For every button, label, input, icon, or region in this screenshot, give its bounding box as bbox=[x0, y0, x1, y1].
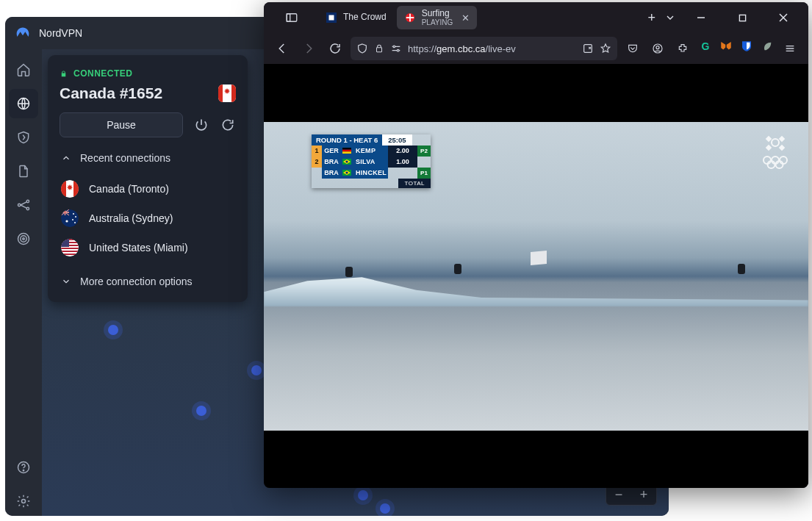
more-options-label: More connection options bbox=[80, 276, 193, 287]
svg-rect-31 bbox=[61, 239, 69, 247]
sidebar-file-button[interactable] bbox=[9, 157, 38, 186]
svg-rect-43 bbox=[377, 48, 382, 52]
new-tab-button[interactable]: + bbox=[647, 10, 655, 26]
zoom-in-button[interactable]: + bbox=[640, 487, 648, 503]
sb-score bbox=[388, 168, 417, 179]
window-close-button[interactable] bbox=[767, 2, 800, 33]
leaf-extension-icon[interactable] bbox=[758, 37, 776, 55]
sidebar-shield-button[interactable] bbox=[9, 123, 38, 152]
refresh-button[interactable] bbox=[220, 117, 236, 133]
chevron-up-icon bbox=[61, 153, 71, 163]
tab-close-button[interactable]: ✕ bbox=[461, 12, 470, 24]
usa-flag-icon bbox=[61, 239, 79, 256]
recent-connection-item[interactable]: United States (Miami) bbox=[60, 233, 236, 262]
tab-title: Surfing bbox=[422, 9, 453, 18]
svg-point-4 bbox=[18, 234, 29, 245]
tabs-dropdown-button[interactable] bbox=[664, 12, 676, 24]
svg-point-2 bbox=[26, 200, 29, 202]
sb-athlete-name: SILVA bbox=[353, 157, 388, 168]
sb-rank: 1 bbox=[312, 145, 322, 157]
svg-point-50 bbox=[656, 46, 659, 49]
pocket-icon[interactable] bbox=[622, 37, 644, 60]
map-node[interactable] bbox=[358, 490, 368, 500]
svg-rect-33 bbox=[287, 14, 290, 22]
shield-icon[interactable] bbox=[356, 43, 368, 54]
recent-header-label: Recent connections bbox=[80, 152, 170, 164]
svg-point-62 bbox=[768, 161, 775, 168]
map-node[interactable] bbox=[380, 503, 390, 514]
bitwarden-extension-icon[interactable] bbox=[738, 37, 755, 55]
panel-toggle-icon[interactable] bbox=[285, 11, 298, 24]
nordvpn-logo-icon bbox=[15, 26, 30, 40]
sidebar-globe-button[interactable] bbox=[9, 89, 38, 118]
map-node[interactable] bbox=[251, 365, 262, 376]
nav-reload-button[interactable] bbox=[324, 37, 346, 60]
bookmark-star-icon[interactable] bbox=[600, 43, 611, 54]
extensions-icon[interactable] bbox=[672, 37, 694, 60]
svg-rect-40 bbox=[739, 15, 745, 21]
scoreboard-time: 25:05 bbox=[382, 134, 412, 145]
sb-rank: 2 bbox=[312, 157, 322, 168]
svg-rect-25 bbox=[61, 239, 79, 240]
lock-icon bbox=[60, 70, 68, 78]
scoreboard-total: TOTAL bbox=[312, 179, 431, 188]
recent-connections-header[interactable]: Recent connections bbox=[61, 152, 236, 164]
window-maximize-button[interactable] bbox=[726, 2, 758, 33]
sidebar-mesh-button[interactable] bbox=[9, 190, 38, 220]
map-node[interactable] bbox=[108, 325, 118, 335]
pause-button[interactable]: Pause bbox=[60, 112, 183, 137]
sidebar-settings-button[interactable] bbox=[9, 486, 38, 516]
svg-point-69 bbox=[345, 160, 348, 162]
more-connection-options[interactable]: More connection options bbox=[60, 271, 236, 292]
recent-connection-item[interactable]: Canada (Toronto) bbox=[60, 174, 236, 204]
sb-country: GER bbox=[322, 145, 341, 157]
surfer bbox=[345, 267, 353, 277]
video-player[interactable]: ROUND 1 - HEAT 6 25:05 1 GER KEMP 2.00 P… bbox=[264, 122, 808, 431]
url-bar[interactable]: https://gem.cbc.ca/live-ev bbox=[351, 37, 617, 60]
svg-point-59 bbox=[764, 157, 771, 164]
sidebar-home-button[interactable] bbox=[9, 55, 38, 85]
tab-favicon-icon bbox=[326, 12, 337, 24]
svg-point-61 bbox=[780, 157, 787, 164]
recent-item-label: United States (Miami) bbox=[89, 242, 188, 254]
sb-priority-badge: P2 bbox=[417, 145, 431, 157]
browser-tab-active[interactable]: Surfing PLAYING ✕ bbox=[397, 6, 478, 29]
svg-point-19 bbox=[75, 216, 76, 218]
svg-point-20 bbox=[72, 219, 73, 220]
svg-point-9 bbox=[22, 500, 26, 503]
canada-flag-icon bbox=[61, 180, 79, 198]
svg-rect-57 bbox=[766, 144, 772, 150]
connection-panel: CONNECTED Canada #1652 Pause bbox=[48, 55, 248, 302]
browser-toolbar: https://gem.cbc.ca/live-ev G bbox=[264, 33, 808, 64]
tab-subtitle: PLAYING bbox=[422, 18, 453, 26]
nav-back-button[interactable] bbox=[271, 37, 293, 60]
permissions-icon[interactable] bbox=[390, 43, 402, 54]
browser-tab[interactable]: The Crowd bbox=[318, 6, 394, 29]
sb-country: BRA bbox=[322, 157, 341, 168]
reader-mode-icon[interactable] bbox=[582, 43, 594, 54]
scoreboard-row: BRA HINCKEL P1 bbox=[312, 168, 431, 179]
lock-icon[interactable] bbox=[374, 43, 384, 54]
nav-forward-button[interactable] bbox=[298, 37, 320, 60]
power-button[interactable] bbox=[193, 117, 209, 133]
svg-point-6 bbox=[23, 238, 25, 240]
scoreboard: ROUND 1 - HEAT 6 25:05 1 GER KEMP 2.00 P… bbox=[312, 134, 431, 188]
svg-point-72 bbox=[345, 171, 348, 173]
canada-flag-icon bbox=[218, 85, 236, 102]
svg-point-22 bbox=[65, 220, 68, 222]
sidebar-help-button[interactable] bbox=[9, 453, 38, 482]
window-minimize-button[interactable] bbox=[685, 2, 717, 33]
account-icon[interactable] bbox=[647, 37, 669, 60]
svg-rect-38 bbox=[406, 17, 414, 18]
app-menu-button[interactable] bbox=[779, 37, 801, 60]
zoom-out-button[interactable]: − bbox=[615, 487, 623, 503]
browser-window: The Crowd Surfing PLAYING ✕ + bbox=[264, 2, 808, 488]
recent-connection-item[interactable]: Australia (Sydney) bbox=[60, 204, 236, 233]
metamask-extension-icon[interactable] bbox=[717, 37, 735, 55]
svg-rect-30 bbox=[61, 254, 79, 255]
svg-rect-32 bbox=[287, 14, 297, 22]
status-line: CONNECTED bbox=[60, 68, 236, 79]
grammarly-extension-icon[interactable]: G bbox=[697, 37, 714, 55]
map-node[interactable] bbox=[196, 406, 206, 416]
sidebar-radar-button[interactable] bbox=[9, 224, 38, 254]
